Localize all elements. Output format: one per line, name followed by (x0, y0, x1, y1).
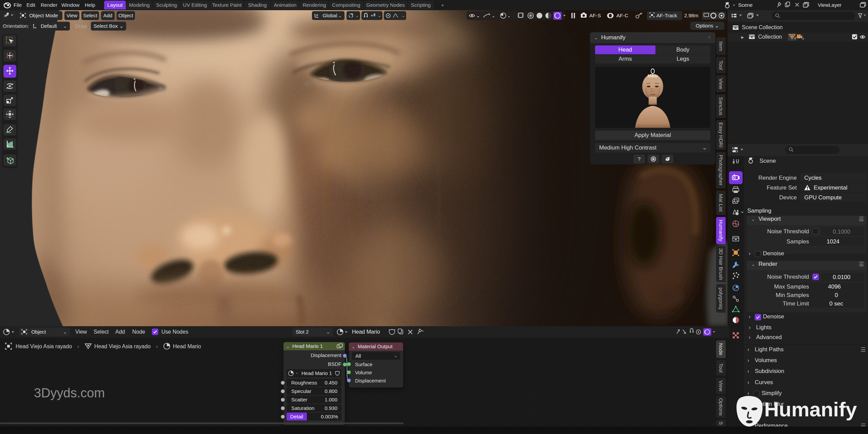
svg-text:AF-C: AF-C (616, 13, 628, 18)
svg-text:AF-Track: AF-Track (656, 13, 677, 18)
svg-text:2.98m: 2.98m (684, 13, 698, 18)
svg-text:Mario: Mario (648, 74, 658, 78)
svg-text:AF-S: AF-S (589, 13, 601, 18)
svg-text:3: 3 (802, 37, 804, 40)
svg-text:9: 9 (794, 37, 796, 40)
